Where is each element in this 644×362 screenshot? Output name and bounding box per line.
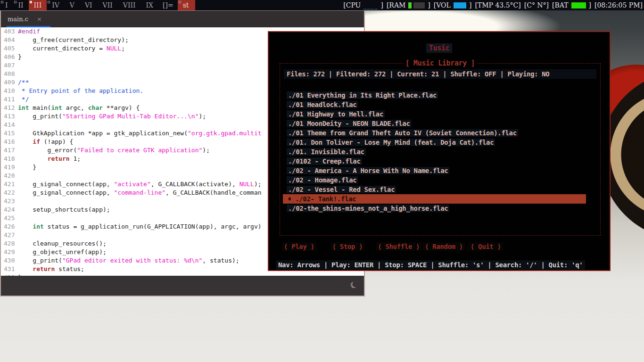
tag-indicator (48, 1, 50, 3)
line-number: 406 (1, 53, 14, 61)
code-token (18, 138, 33, 145)
line-number: 409 (1, 78, 14, 87)
line-number: 405 (1, 44, 14, 53)
file-row[interactable]: ./0102 - Creep.flac (280, 156, 600, 166)
workspace-tag-v[interactable]: V (65, 0, 80, 10)
file-row[interactable]: ./02 - Vessel - Red Sex.flac (280, 185, 600, 194)
app-title: Tusic (426, 43, 452, 53)
tusic-title-row: Tusic (269, 43, 610, 53)
editor-bottom-bar: ☾ (1, 276, 364, 296)
focused-window-title: st (178, 0, 196, 10)
tag-label: III (34, 1, 42, 9)
file-row[interactable]: ./02 - Homage.flac (280, 175, 600, 185)
file-row[interactable]: ./01 Everything in Its Right Place.flac (280, 90, 600, 100)
code-token: int (33, 223, 43, 230)
clock: [08:26:05 PM] (594, 1, 643, 9)
file-row[interactable]: ./01. Invisible.flac (280, 147, 600, 156)
file-row[interactable]: ./01. Don Toliver - Lose My Mind (feat. … (280, 138, 600, 147)
code-token: , G_CALLBACK(activate), (151, 181, 239, 188)
tag-label: V (70, 1, 74, 9)
workspace-tag-vi[interactable]: VI (80, 0, 98, 10)
tag-label: VI (85, 1, 92, 9)
player-button-quit[interactable]: ⟨ Quit ⟩ (469, 242, 503, 251)
ram-status: [RAM] (387, 1, 430, 9)
line-number: 403 (1, 27, 14, 36)
code-text: } (18, 164, 36, 171)
line-number: 426 (1, 222, 14, 231)
player-button-stop[interactable]: ⟨ Stop ⟩ (330, 242, 365, 251)
line-number: 404 (1, 36, 14, 44)
file-list: ./01 Everything in Its Right Place.flac.… (280, 90, 600, 213)
keybindings-help-line: Nav: Arrows | Play: ENTER | Stop: SPACE … (276, 260, 585, 270)
line-number: 410 (1, 87, 14, 95)
ram-free-bar (413, 2, 425, 8)
volume-bracket: ] (469, 1, 471, 9)
code-token: if (33, 138, 40, 145)
file-row[interactable]: ♦ ./02- Tank!.flac (283, 194, 586, 204)
workspace-tag-viii[interactable]: VIII (118, 0, 141, 10)
tag-indicator (30, 1, 32, 3)
tag-indicator (179, 1, 181, 3)
workspace-tag-iv[interactable]: IV (47, 0, 65, 10)
file-row[interactable]: ./02-the_shins-mines_not_a_high_horse.fl… (280, 204, 600, 213)
file-name: ./01 Headlock.flac (287, 101, 358, 108)
code-token (18, 155, 48, 162)
dark-mode-toggle-moon-icon[interactable]: ☾ (348, 279, 359, 291)
player-button-play[interactable]: ⟨ Play ⟩ (282, 242, 316, 251)
code-text: g_object_unref(app); (18, 248, 107, 255)
code-token: g_free(current_directory); (18, 36, 129, 43)
tag-label: II (18, 1, 24, 9)
tag-indicator (1, 1, 3, 3)
code-token: g_print( (18, 113, 62, 120)
code-token: return (48, 155, 70, 162)
tag-label: VIII (123, 1, 136, 9)
file-row[interactable]: ./01 MoonDeity - NEON BLADE.flac (280, 119, 600, 128)
line-number: 415 (1, 129, 14, 138)
code-token: (!app) { (40, 138, 73, 145)
code-text: } (18, 53, 22, 60)
line-number: 407 (1, 61, 14, 70)
temperature-status: [TMP 43.5°C] (475, 1, 520, 9)
code-token: "command-line" (114, 189, 166, 196)
file-row[interactable]: ./01 Headlock.flac (280, 100, 600, 109)
close-icon[interactable]: × (37, 16, 42, 23)
code-token: **argv) { (103, 104, 140, 111)
code-token: 1; (70, 155, 81, 162)
code-text: */ (18, 96, 29, 103)
tag-label: IX (146, 1, 153, 9)
file-row[interactable]: ./01 Highway to Hell.flac (280, 109, 600, 119)
code-token: /** (18, 79, 29, 86)
code-token: current_directory = (18, 45, 107, 52)
workspace-tag-vii[interactable]: VII (98, 0, 118, 10)
line-number: 430 (1, 256, 14, 265)
line-number: 421 (1, 180, 14, 189)
tab-title: main.c (8, 16, 28, 23)
volume-label: [VOL (434, 1, 451, 9)
line-number: 411 (1, 95, 14, 104)
file-name: ./01. Don Toliver - Lose My Mind (feat. … (287, 139, 495, 146)
workspace-tag-iii[interactable]: III (29, 0, 47, 10)
code-text: GtkApplication *app = gtk_application_ne… (18, 130, 262, 137)
code-token: GtkApplication *app = gtk_application_ne… (18, 130, 188, 137)
code-token: cleanup_resources(); (18, 240, 107, 247)
layout-indicator[interactable]: []= (158, 0, 178, 10)
code-token: } (18, 53, 22, 60)
music-library-box-title: [ Music Library ] (403, 59, 478, 67)
player-button-random[interactable]: ⟨ Random ⟩ (423, 242, 465, 251)
tusic-terminal-window: Tusic [ Music Library ] Files: 272 | Fil… (268, 31, 611, 271)
file-row[interactable]: ./02 - America - A Horse With No Name.fl… (280, 166, 600, 175)
line-number: 429 (1, 248, 14, 256)
tag-label: IV (52, 1, 59, 9)
code-token: #endif (18, 28, 40, 35)
player-buttons-row: ⟨ Play ⟩⟨ Stop ⟩⟨ Shuffle ⟩⟨ Random ⟩⟨ Q… (282, 242, 503, 251)
tab-main-c[interactable]: main.c × (7, 11, 43, 27)
code-token: "activate" (114, 181, 151, 188)
workspace-tag-ii[interactable]: II (13, 0, 29, 10)
line-number: 431 (1, 265, 14, 273)
file-row[interactable]: ./01 Theme from Grand Theft Auto IV (Sov… (280, 128, 600, 138)
player-button-shuffle[interactable]: ⟨ Shuffle ⟩ (376, 242, 421, 251)
workspace-tag-i[interactable]: I (0, 0, 13, 10)
line-number: 412 (1, 104, 14, 112)
line-number: 418 (1, 155, 14, 163)
workspace-tag-ix[interactable]: IX (140, 0, 158, 10)
